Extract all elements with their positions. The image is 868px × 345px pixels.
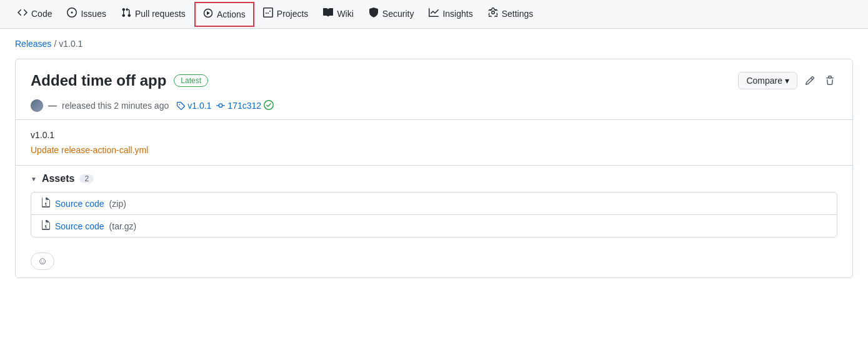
- release-header: Added time off app Latest Compare ▾: [16, 59, 852, 99]
- top-navigation: Code Issues Pull requests Actions Projec…: [0, 0, 868, 29]
- release-card: Added time off app Latest Compare ▾: [15, 59, 853, 278]
- nav-issues-label: Issues: [81, 9, 106, 19]
- asset-targz-format: (tar.gz): [109, 221, 137, 231]
- released-text: released this 2 minutes ago: [62, 101, 169, 111]
- nav-code-label: Code: [31, 9, 52, 19]
- author-dash: —: [48, 101, 57, 111]
- nav-security-label: Security: [382, 9, 414, 19]
- pull-requests-icon: [121, 8, 131, 19]
- nav-security[interactable]: Security: [361, 0, 422, 29]
- release-title-area: Added time off app Latest: [31, 72, 208, 89]
- assets-section: ▼ Assets 2 Source code (zip) Source code: [16, 165, 852, 248]
- breadcrumb-separator: /: [54, 39, 56, 49]
- release-actions: Compare ▾: [738, 72, 837, 89]
- breadcrumb-current: v1.0.1: [59, 39, 82, 49]
- nav-actions-label: Actions: [217, 9, 246, 19]
- nav-wiki[interactable]: Wiki: [316, 0, 361, 29]
- code-icon: [17, 8, 27, 19]
- asset-item-targz: Source code (tar.gz): [31, 215, 837, 237]
- compare-button[interactable]: Compare ▾: [738, 72, 797, 89]
- insights-icon: [429, 8, 439, 19]
- commit-ref: 171c312: [216, 101, 261, 111]
- nav-actions[interactable]: Actions: [194, 2, 254, 27]
- nav-pr-label: Pull requests: [135, 9, 186, 19]
- nav-code[interactable]: Code: [10, 0, 59, 29]
- avatar: [31, 99, 43, 112]
- commit-value: 171c312: [227, 101, 261, 111]
- settings-icon: [488, 8, 498, 19]
- wiki-icon: [323, 8, 333, 19]
- reaction-button[interactable]: ☺: [31, 252, 54, 270]
- asset-item-zip: Source code (zip): [31, 192, 837, 215]
- release-version: v1.0.1: [31, 130, 837, 140]
- targz-file-icon: [41, 220, 50, 232]
- issues-icon: [67, 8, 77, 19]
- nav-insights-label: Insights: [442, 9, 472, 19]
- release-description: Update release-action-call.yml: [31, 145, 837, 155]
- nav-insights[interactable]: Insights: [421, 0, 480, 29]
- nav-settings-label: Settings: [502, 9, 534, 19]
- compare-button-label: Compare: [746, 76, 782, 86]
- tag-ref: v1.0.1: [176, 101, 211, 111]
- projects-icon: [263, 8, 273, 19]
- asset-list: Source code (zip) Source code (tar.gz): [31, 192, 837, 238]
- release-body: v1.0.1 Update release-action-call.yml: [16, 120, 852, 165]
- check-status-icon: [264, 100, 274, 112]
- release-title: Added time off app: [31, 72, 166, 89]
- nav-settings[interactable]: Settings: [481, 0, 541, 29]
- reactions: ☺: [16, 248, 852, 278]
- assets-title: Assets: [42, 173, 74, 184]
- actions-icon: [203, 8, 213, 20]
- breadcrumb: Releases / v1.0.1: [0, 29, 868, 54]
- zip-file-icon: [41, 198, 50, 209]
- compare-dropdown-icon: ▾: [785, 76, 789, 86]
- nav-issues[interactable]: Issues: [59, 0, 113, 29]
- asset-zip-format: (zip): [109, 199, 126, 209]
- breadcrumb-releases-link[interactable]: Releases: [15, 39, 51, 49]
- nav-projects-label: Projects: [277, 9, 309, 19]
- assets-toggle-icon: ▼: [31, 176, 37, 182]
- nav-wiki-label: Wiki: [337, 9, 353, 19]
- assets-header[interactable]: ▼ Assets 2: [31, 173, 837, 184]
- asset-zip-link[interactable]: Source code: [55, 199, 104, 209]
- nav-projects[interactable]: Projects: [256, 0, 316, 29]
- security-icon: [369, 8, 379, 19]
- edit-button[interactable]: [802, 73, 817, 88]
- tag-value: v1.0.1: [187, 101, 211, 111]
- latest-badge: Latest: [174, 74, 208, 87]
- delete-button[interactable]: [822, 73, 837, 88]
- release-meta: — released this 2 minutes ago v1.0.1 171…: [16, 99, 852, 119]
- main-content: Added time off app Latest Compare ▾: [0, 54, 868, 293]
- assets-count: 2: [79, 174, 94, 183]
- nav-pull-requests[interactable]: Pull requests: [114, 0, 193, 29]
- asset-targz-link[interactable]: Source code: [55, 221, 104, 231]
